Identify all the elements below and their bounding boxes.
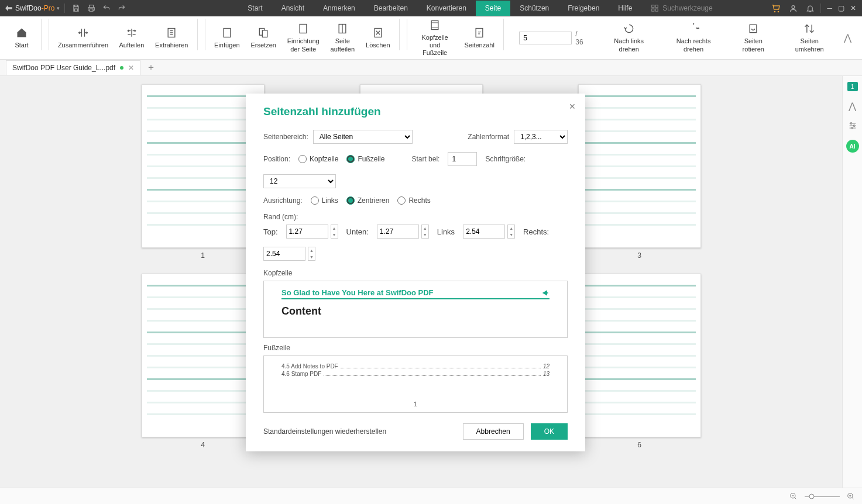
reset-defaults-link[interactable]: Standardeinstellungen wiederherstellen xyxy=(263,427,386,436)
position-header-radio[interactable]: Kopfzeile xyxy=(298,155,338,163)
zoom-out-icon[interactable] xyxy=(789,492,798,500)
margin-label: Rand (cm): xyxy=(263,213,568,221)
ribbon-kopfzeile-und-fußzeile-button[interactable]: Kopfzeileund Fußzeile xyxy=(411,19,459,57)
menu-item-hilfe[interactable]: Hilfe xyxy=(609,1,641,16)
ribbon-seitenzahl-button[interactable]: #Seitenzahl xyxy=(459,19,500,57)
ribbon-start-button[interactable]: Start xyxy=(6,19,37,57)
ribbon-icon xyxy=(428,19,441,32)
ribbon-extrahieren-button[interactable]: Extrahieren xyxy=(150,19,194,57)
chevron-up-icon[interactable]: ⋀ xyxy=(849,101,856,112)
rotate-left-button[interactable]: Nach links drehen xyxy=(598,22,660,53)
dropdown-icon[interactable]: ▾ xyxy=(57,5,60,11)
menu-item-seite[interactable]: Seite xyxy=(476,1,510,16)
undo-icon[interactable] xyxy=(102,4,111,12)
number-format-select[interactable]: 1,2,3... xyxy=(514,130,568,144)
titlebar: SwifDoo-Pro ▾ StartAnsichtAnmerkenBearbe… xyxy=(0,0,862,16)
align-left-radio[interactable]: Links xyxy=(311,196,338,205)
bell-icon[interactable] xyxy=(806,4,815,13)
page-number-input[interactable] xyxy=(519,32,572,44)
right-icon-strip: 1 ⋀ AI xyxy=(842,76,862,488)
menu-item-anmerken[interactable]: Anmerken xyxy=(314,1,365,16)
menu-item-konvertieren[interactable]: Konvertieren xyxy=(417,1,476,16)
spin-arrows-icon[interactable]: ▲▼ xyxy=(331,225,338,239)
page-count-badge[interactable]: 1 xyxy=(847,82,858,91)
redo-icon[interactable] xyxy=(118,4,126,12)
menu-item-bearbeiten[interactable]: Bearbeiten xyxy=(365,1,417,16)
rotate-right-button[interactable]: Nach rechts drehen xyxy=(660,22,727,53)
font-size-label: Schriftgröße: xyxy=(485,155,526,163)
spin-arrows-icon[interactable]: ▲▼ xyxy=(507,225,515,239)
ribbon-icon xyxy=(297,22,310,35)
start-at-label: Start bei: xyxy=(411,155,439,163)
ribbon-icon xyxy=(165,26,178,39)
start-at-input[interactable] xyxy=(448,152,477,166)
header-preview-title: So Glad to Have You Here at SwifDoo PDF xyxy=(281,288,434,297)
app-logo: SwifDoo-Pro ▾ xyxy=(0,4,64,12)
margin-right-input[interactable] xyxy=(263,247,305,261)
align-right-radio[interactable]: Rechts xyxy=(397,196,430,205)
reverse-pages-button[interactable]: Seiten umkehren xyxy=(779,22,839,53)
margin-left-input[interactable] xyxy=(463,225,505,239)
menu-item-ansicht[interactable]: Ansicht xyxy=(272,1,314,16)
zoom-in-icon[interactable] xyxy=(847,492,855,500)
thumbnail-number: 4 xyxy=(201,441,205,449)
document-tab[interactable]: SwifDoo PDF User Guide_L...pdf ✕ xyxy=(6,60,140,75)
svg-rect-2 xyxy=(224,28,231,37)
ok-button[interactable]: OK xyxy=(531,423,568,440)
spin-arrows-icon[interactable]: ▲▼ xyxy=(421,225,429,239)
ribbon-ersetzen-button[interactable]: Ersetzen xyxy=(245,19,281,57)
ribbon-icon xyxy=(257,26,270,39)
font-size-select[interactable]: 12 xyxy=(263,174,336,188)
ribbon-zusammenführen-button[interactable]: Zusammenführen xyxy=(53,19,114,57)
position-footer-radio[interactable]: Fußzeile xyxy=(346,155,384,163)
menu-item-start[interactable]: Start xyxy=(238,1,272,16)
menu-item-freigeben[interactable]: Freigeben xyxy=(558,1,609,16)
svg-rect-4 xyxy=(262,30,267,37)
grid-icon xyxy=(651,4,659,12)
page-range-select[interactable]: Alle Seiten xyxy=(313,130,413,144)
zoom-slider[interactable] xyxy=(805,493,840,499)
cart-icon[interactable] xyxy=(771,4,781,13)
align-center-radio[interactable]: Zentrieren xyxy=(346,196,390,205)
document-tab-title: SwifDoo PDF User Guide_L...pdf xyxy=(12,64,115,72)
svg-point-20 xyxy=(809,494,814,499)
tab-close-icon[interactable]: ✕ xyxy=(128,64,134,72)
ribbon-icon xyxy=(221,26,233,39)
user-icon[interactable] xyxy=(789,4,798,13)
svg-text:#: # xyxy=(478,30,481,36)
ribbon-einrichtung-der-seite-button[interactable]: Einrichtungder Seite xyxy=(281,19,325,57)
search-tools[interactable]: Suchwerkzeuge xyxy=(651,4,712,12)
add-tab-button[interactable]: ＋ xyxy=(146,61,156,74)
menu-item-schützen[interactable]: Schützen xyxy=(510,1,558,16)
document-tabs: SwifDoo PDF User Guide_L...pdf ✕ ＋ xyxy=(0,60,862,76)
ribbon-aufteilen-button[interactable]: Aufteilen xyxy=(114,19,150,57)
spin-arrows-icon[interactable]: ▲▼ xyxy=(308,247,315,261)
ribbon-collapse-icon[interactable]: ⋀ xyxy=(839,32,856,43)
footer-section-label: Fußzeile xyxy=(263,344,568,352)
ribbon-seite-aufteilen-button[interactable]: Seiteaufteilen xyxy=(325,19,360,57)
svg-rect-14 xyxy=(750,25,757,33)
footer-preview: 4.5 Add Notes to PDF124.6 Stamp PDF13 1 xyxy=(263,355,568,413)
header-section-label: Kopfzeile xyxy=(263,269,568,277)
close-icon[interactable]: ✕ xyxy=(850,4,856,12)
swifdoo-icon xyxy=(5,4,13,12)
maximize-icon[interactable]: ▢ xyxy=(838,4,844,12)
thumbnail-number: 3 xyxy=(637,251,641,260)
margin-bottom-input[interactable] xyxy=(377,225,419,239)
save-icon[interactable] xyxy=(72,4,80,12)
margin-right-label: Rechts: xyxy=(523,227,549,236)
minimize-icon[interactable]: ─ xyxy=(827,4,832,12)
margin-top-input[interactable] xyxy=(286,225,328,239)
margin-top-label: Top: xyxy=(263,227,278,236)
ribbon-löschen-button[interactable]: Löschen xyxy=(360,19,396,57)
print-icon[interactable] xyxy=(87,4,95,12)
dialog-close-icon[interactable]: ✕ xyxy=(569,102,576,111)
settings-sliders-icon[interactable] xyxy=(848,121,857,130)
toc-row: 4.5 Add Notes to PDF12 xyxy=(281,363,550,370)
app-suffix: -Pro xyxy=(42,4,55,12)
ribbon-einfügen-button[interactable]: Einfügen xyxy=(209,19,245,57)
cancel-button[interactable]: Abbrechen xyxy=(463,423,524,440)
rotate-pages-button[interactable]: Seiten rotieren xyxy=(727,22,779,53)
svg-point-16 xyxy=(853,125,855,127)
ai-assistant-icon[interactable]: AI xyxy=(846,140,859,153)
